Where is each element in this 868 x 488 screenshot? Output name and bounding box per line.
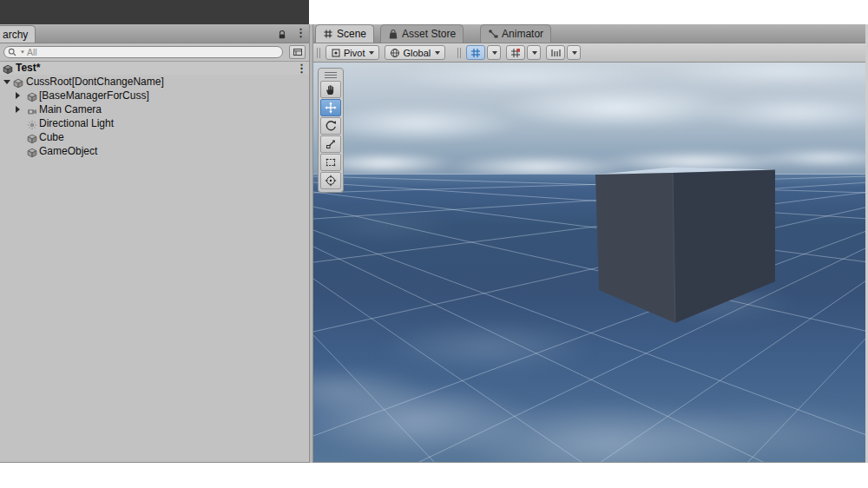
scene-toolbar: Pivot Global: [313, 43, 868, 63]
move-tool-button[interactable]: [320, 99, 341, 116]
tree-item-label: [BaseManagerForCuss]: [39, 89, 149, 102]
toolbar-grip-icon[interactable]: [457, 48, 461, 58]
cube-icon: [27, 146, 37, 156]
tab-hierarchy-label: archy: [3, 29, 28, 41]
globe-icon: [390, 48, 400, 58]
tree-item-cube[interactable]: Cube: [0, 130, 309, 144]
tree-item-directional-light[interactable]: Directional Light: [0, 116, 309, 130]
global-dropdown[interactable]: Global: [385, 45, 445, 60]
grid-snap-dropdown[interactable]: [487, 45, 501, 60]
scene-name: Test*: [16, 62, 40, 75]
hierarchy-tab-bar: archy ⋮: [0, 24, 309, 43]
pivot-dropdown[interactable]: Pivot: [326, 45, 379, 60]
increment-snap-dropdown[interactable]: [527, 45, 541, 60]
grid-snap-icon: [470, 48, 481, 58]
scene-grid: [313, 176, 865, 463]
camera-icon: [27, 104, 37, 115]
tree-item-label: Directional Light: [39, 116, 114, 130]
tree-item-label: GameObject: [39, 144, 97, 158]
scene-header-row[interactable]: Test* ⋮: [0, 61, 309, 75]
cube-icon: [13, 76, 23, 87]
rect-icon: [325, 156, 337, 168]
scene-tab-bar: Scene Asset Store Animator: [313, 24, 868, 43]
search-icon: [8, 48, 16, 56]
light-icon: [27, 118, 37, 129]
increment-snap-icon: [510, 48, 521, 58]
search-input[interactable]: All: [3, 46, 283, 58]
search-value: All: [27, 47, 37, 57]
tree-item-cussroot[interactable]: CussRoot[DontChangeName]: [0, 75, 309, 89]
cube-icon: [27, 90, 37, 101]
dropdown-arrow-icon: [492, 51, 497, 55]
ruler-icon: [550, 48, 561, 58]
tree-item-gameobject[interactable]: GameObject: [0, 144, 309, 158]
ruler-snap-dropdown[interactable]: [567, 45, 581, 60]
scene-viewport[interactable]: [313, 63, 865, 463]
tree-item-label: CussRoot[DontChangeName]: [26, 75, 164, 89]
rotate-icon: [325, 120, 337, 132]
window-panes-icon: [293, 47, 303, 57]
tree-item-main-camera[interactable]: Main Camera: [0, 102, 309, 116]
pivot-label: Pivot: [344, 48, 365, 58]
scene-menu-icon[interactable]: ⋮: [296, 62, 307, 75]
unity-scene-icon: [3, 63, 13, 73]
tab-animator[interactable]: Animator: [480, 24, 551, 43]
unity-editor-window: archy ⋮ All Test* ⋮ CussRo: [0, 0, 868, 488]
scale-tool-button[interactable]: [320, 135, 341, 153]
tab-scene[interactable]: Scene: [315, 24, 374, 43]
tool-column-grip-icon[interactable]: [325, 72, 337, 78]
scene-render: [313, 63, 865, 463]
global-label: Global: [403, 48, 431, 58]
cube-icon: [27, 132, 37, 142]
lock-icon[interactable]: [277, 28, 287, 38]
hierarchy-menu-icon[interactable]: ⋮: [295, 26, 306, 39]
tab-asset-store[interactable]: Asset Store: [380, 24, 464, 43]
hierarchy-panel: All Test* ⋮ CussRoot[DontChangeName] [: [0, 43, 309, 463]
grid-snap-toggle[interactable]: [466, 45, 485, 60]
tab-animator-label: Animator: [502, 28, 543, 40]
expand-arrow-icon[interactable]: [3, 80, 10, 84]
dropdown-arrow-icon: [369, 51, 374, 55]
tab-asset-store-label: Asset Store: [402, 28, 456, 40]
collapsed-arrow-icon[interactable]: [16, 92, 20, 99]
tab-hierarchy[interactable]: archy: [0, 25, 36, 43]
ruler-snap-toggle[interactable]: [546, 45, 565, 60]
transform-icon: [325, 175, 337, 187]
hand-tool-button[interactable]: [320, 81, 341, 98]
store-icon: [388, 29, 398, 39]
increment-snap-toggle[interactable]: [506, 45, 525, 60]
left-panel-top-strip: [0, 0, 309, 24]
scene-tool-column: [318, 68, 344, 193]
dropdown-arrow-icon: [532, 51, 537, 55]
pivot-icon: [331, 48, 341, 58]
collapsed-arrow-icon[interactable]: [16, 106, 20, 113]
rotate-tool-button[interactable]: [320, 117, 341, 135]
cube-object[interactable]: [595, 168, 775, 324]
transform-tool-button[interactable]: [320, 172, 341, 189]
tab-scene-label: Scene: [337, 28, 366, 40]
dropdown-arrow-icon: [435, 51, 440, 55]
scale-icon: [325, 138, 337, 150]
dropdown-arrow-icon: [572, 51, 577, 55]
tree-item-label: Main Camera: [39, 102, 102, 116]
toolbar-grip-icon[interactable]: [317, 48, 320, 58]
rect-tool-button[interactable]: [320, 154, 341, 171]
move-icon: [325, 102, 337, 114]
search-options-button[interactable]: [289, 45, 306, 59]
search-filter-caret-icon[interactable]: [21, 51, 24, 54]
tree-item-basemanager[interactable]: [BaseManagerForCuss]: [0, 89, 309, 102]
hand-icon: [325, 83, 337, 96]
animator-icon: [488, 29, 498, 39]
grid-icon: [323, 29, 333, 39]
tree-item-label: Cube: [39, 130, 64, 144]
